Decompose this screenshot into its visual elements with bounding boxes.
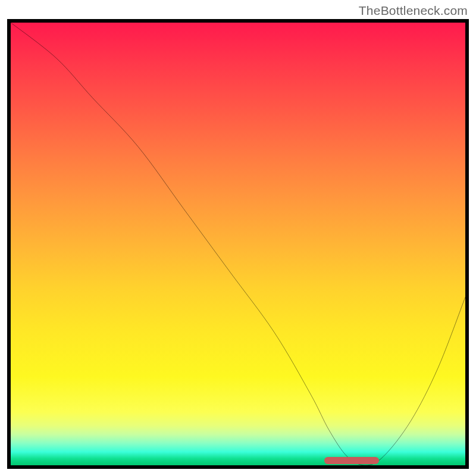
chart-frame	[7, 19, 469, 469]
optimal-range-marker	[324, 457, 379, 464]
curve-path	[11, 23, 465, 465]
attribution-text: TheBottleneck.com	[359, 4, 468, 18]
bottleneck-curve	[11, 23, 465, 465]
